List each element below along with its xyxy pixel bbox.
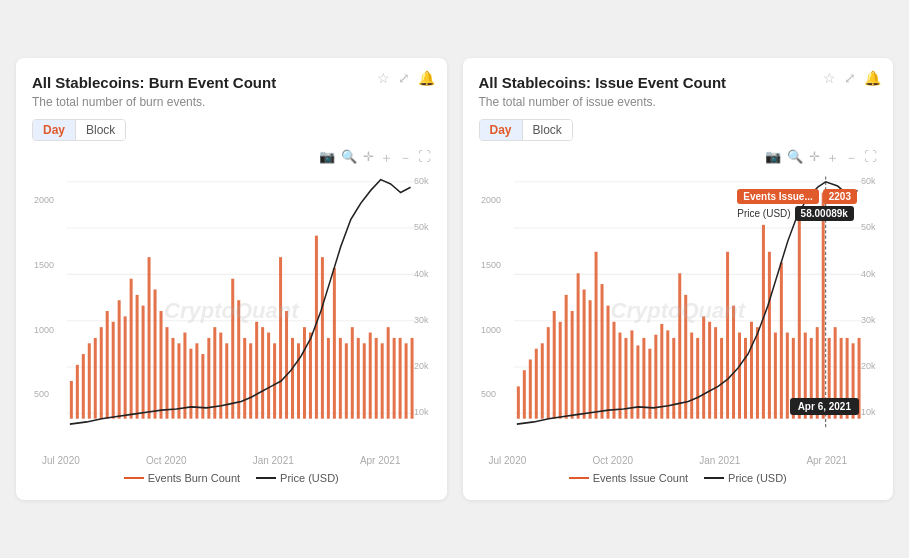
svg-rect-98 [564, 295, 567, 419]
x-label-oct2020: Oct 2020 [146, 455, 187, 466]
svg-rect-28 [142, 306, 145, 419]
card1-title: All Stablecoins: Burn Event Count [32, 74, 431, 91]
svg-text:1000: 1000 [480, 324, 500, 334]
svg-rect-66 [369, 333, 372, 419]
x-label-jul2020: Jul 2020 [42, 455, 80, 466]
svg-rect-90 [516, 386, 519, 418]
card2-toggle-group: Day Block [479, 119, 573, 141]
svg-rect-46 [249, 343, 252, 418]
svg-text:10k: 10k [861, 407, 876, 417]
card2-chart: CryptoQuant Events Issue... 2203 Price (… [479, 171, 878, 451]
svg-rect-93 [534, 349, 537, 419]
svg-rect-19 [88, 343, 91, 418]
fullscreen-icon-2[interactable]: ⛶ [864, 149, 877, 167]
legend-price-label-2: Price (USD) [728, 472, 787, 484]
card2-x-axis: Jul 2020 Oct 2020 Jan 2021 Apr 2021 [479, 451, 878, 466]
svg-rect-103 [594, 252, 597, 419]
svg-rect-24 [118, 300, 121, 418]
svg-rect-21 [100, 327, 103, 419]
camera-icon-2[interactable]: 📷 [765, 149, 781, 167]
card1-block-btn[interactable]: Block [76, 120, 125, 140]
svg-rect-137 [797, 214, 800, 419]
svg-rect-32 [165, 327, 168, 419]
card2-day-btn[interactable]: Day [480, 120, 523, 140]
expand-icon-2[interactable]: ⤢ [844, 70, 856, 86]
zoom-icon[interactable]: 🔍 [341, 149, 357, 167]
svg-rect-61 [339, 338, 342, 419]
svg-rect-116 [672, 338, 675, 419]
legend-price-line-1 [256, 477, 276, 479]
svg-rect-35 [183, 333, 186, 419]
legend-price-usd-2: Price (USD) [704, 472, 787, 484]
svg-rect-128 [744, 338, 747, 419]
svg-rect-63 [351, 327, 354, 419]
svg-rect-47 [255, 322, 258, 419]
svg-text:500: 500 [480, 389, 495, 399]
svg-rect-56 [309, 333, 312, 419]
svg-text:30k: 30k [861, 315, 876, 325]
bell-icon[interactable]: 🔔 [418, 70, 435, 86]
svg-rect-114 [660, 324, 663, 419]
x-label-apr2021: Apr 2021 [360, 455, 401, 466]
svg-rect-65 [363, 343, 366, 418]
x2-label-jul2020: Jul 2020 [489, 455, 527, 466]
svg-rect-23 [112, 322, 115, 419]
svg-rect-100 [576, 273, 579, 418]
plus-box-icon[interactable]: ＋ [380, 149, 393, 167]
minus-box-icon-2[interactable]: － [845, 149, 858, 167]
legend-price-label-1: Price (USD) [280, 472, 339, 484]
svg-rect-52 [285, 311, 288, 419]
card1-day-btn[interactable]: Day [33, 120, 76, 140]
svg-rect-70 [393, 338, 396, 419]
svg-text:2000: 2000 [34, 195, 54, 205]
minus-box-icon[interactable]: － [399, 149, 412, 167]
svg-text:30k: 30k [414, 315, 429, 325]
bell-icon-2[interactable]: 🔔 [864, 70, 881, 86]
card1-subtitle: The total number of burn events. [32, 95, 431, 109]
legend-burn-count: Events Burn Count [124, 472, 240, 484]
svg-text:1000: 1000 [34, 324, 54, 334]
svg-rect-133 [773, 333, 776, 419]
camera-icon[interactable]: 📷 [319, 149, 335, 167]
svg-rect-62 [345, 343, 348, 418]
svg-rect-26 [130, 279, 133, 419]
svg-rect-108 [624, 338, 627, 419]
svg-rect-17 [76, 365, 79, 419]
zoom-icon-2[interactable]: 🔍 [787, 149, 803, 167]
svg-rect-135 [785, 333, 788, 419]
svg-rect-124 [720, 338, 723, 419]
star-icon[interactable]: ☆ [377, 70, 390, 86]
svg-rect-20 [94, 338, 97, 419]
star-icon-2[interactable]: ☆ [823, 70, 836, 86]
legend-issue-line [569, 477, 589, 479]
svg-rect-96 [552, 311, 555, 419]
svg-text:500: 500 [34, 389, 49, 399]
fullscreen-icon[interactable]: ⛶ [418, 149, 431, 167]
x2-label-oct2020: Oct 2020 [592, 455, 633, 466]
card1-svg: 60k 50k 40k 30k 20k 10k 2000 1500 1000 5… [32, 171, 431, 451]
crosshair-icon-2[interactable]: ✛ [809, 149, 820, 167]
legend-issue-count: Events Issue Count [569, 472, 688, 484]
svg-text:50k: 50k [414, 222, 429, 232]
svg-text:40k: 40k [414, 268, 429, 278]
x2-label-jan2021: Jan 2021 [699, 455, 740, 466]
expand-icon[interactable]: ⤢ [398, 70, 410, 86]
svg-rect-40 [213, 327, 216, 419]
svg-rect-18 [82, 354, 85, 419]
svg-rect-120 [696, 338, 699, 419]
svg-text:60k: 60k [861, 176, 876, 186]
svg-text:20k: 20k [414, 361, 429, 371]
svg-rect-123 [714, 327, 717, 419]
svg-rect-25 [124, 316, 127, 418]
card2-title: All Stablecoins: Issue Event Count [479, 74, 878, 91]
svg-rect-109 [630, 330, 633, 418]
card2-icons: ☆ ⤢ 🔔 [823, 70, 881, 86]
svg-rect-42 [225, 343, 228, 418]
legend-issue-label: Events Issue Count [593, 472, 688, 484]
card2-block-btn[interactable]: Block [523, 120, 572, 140]
svg-rect-16 [70, 381, 73, 419]
svg-rect-22 [106, 311, 109, 419]
svg-rect-130 [755, 327, 758, 419]
crosshair-icon[interactable]: ✛ [363, 149, 374, 167]
plus-box-icon-2[interactable]: ＋ [826, 149, 839, 167]
